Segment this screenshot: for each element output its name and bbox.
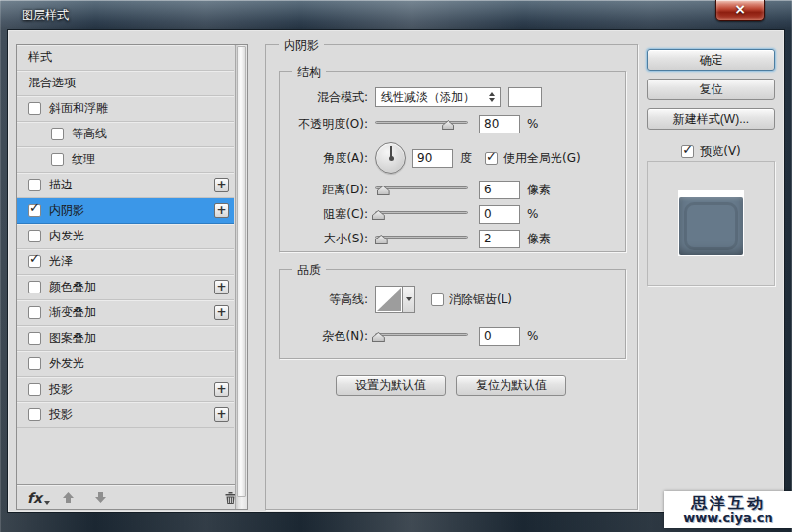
angle-hub <box>389 156 394 161</box>
opacity-row: 不透明度(O): 80 % <box>280 113 625 134</box>
add-effect-button[interactable]: + <box>214 178 229 192</box>
choke-row: 阻塞(C): 0 % <box>280 203 625 225</box>
sidebar-item-label: 混合选项 <box>28 75 76 91</box>
sidebar-item-label: 内阴影 <box>49 202 84 219</box>
effect-checkbox[interactable] <box>51 153 64 166</box>
effect-checkbox[interactable] <box>28 357 41 370</box>
sidebar-item-styles[interactable]: 样式 <box>17 45 234 71</box>
choke-slider[interactable] <box>375 206 468 222</box>
global-light-checkbox[interactable]: ✓ <box>485 152 498 165</box>
sidebar-list: 样式 混合选项 斜面和浮雕 等高线 纹理 描边 + ✓ 内阴影 + 内发光 ✓ … <box>17 45 247 484</box>
check-icon: ✓ <box>682 142 693 157</box>
sidebar-item-gradient-overlay[interactable]: 渐变叠加 + <box>17 300 234 326</box>
distance-input[interactable]: 6 <box>479 181 520 199</box>
effect-checkbox[interactable]: ✓ <box>28 204 41 217</box>
add-effect-button[interactable]: + <box>214 203 229 218</box>
preview-checkbox[interactable]: ✓ <box>681 145 694 158</box>
effects-sidebar: 样式 混合选项 斜面和浮雕 等高线 纹理 描边 + ✓ 内阴影 + 内发光 ✓ … <box>16 44 248 510</box>
check-icon: ✓ <box>29 201 40 215</box>
blend-mode-label: 混合模式: <box>280 89 368 106</box>
choke-input[interactable]: 0 <box>479 205 520 224</box>
effect-checkbox[interactable] <box>51 128 64 140</box>
effect-checkbox[interactable] <box>28 281 41 293</box>
new-style-button[interactable]: 新建样式(W)... <box>647 108 775 130</box>
size-input[interactable]: 2 <box>479 230 520 248</box>
sidebar-scrollbar[interactable] <box>235 45 247 509</box>
contour-row: 等高线: 消除锯齿(L) <box>280 285 625 314</box>
scrollbar-thumb[interactable] <box>237 46 246 497</box>
effect-checkbox[interactable] <box>28 383 41 396</box>
add-effect-button[interactable]: + <box>214 407 229 422</box>
reset-button[interactable]: 复位 <box>647 79 775 100</box>
sidebar-toolbar: fx <box>17 484 247 509</box>
sidebar-item-pattern-overlay[interactable]: 图案叠加 <box>17 326 234 351</box>
noise-slider[interactable] <box>375 328 468 344</box>
add-effect-button[interactable]: + <box>214 382 229 397</box>
contour-label: 等高线: <box>280 292 368 308</box>
antialias-checkbox[interactable] <box>431 293 444 306</box>
sidebar-item-stroke[interactable]: 描边 + <box>17 173 234 198</box>
sidebar-item-label: 纹理 <box>72 151 95 168</box>
size-row: 大小(S): 2 像素 <box>280 228 625 249</box>
shadow-color-swatch[interactable] <box>508 87 542 107</box>
effect-checkbox[interactable] <box>28 332 41 345</box>
add-effect-button[interactable]: + <box>214 280 229 294</box>
effect-checkbox[interactable] <box>28 306 41 319</box>
sidebar-item-label: 光泽 <box>49 253 73 270</box>
structure-legend: 结构 <box>292 64 326 80</box>
sidebar-item-label: 投影 <box>49 381 73 398</box>
choke-unit: % <box>527 207 538 221</box>
close-button[interactable]: × <box>715 0 765 21</box>
preview-inner-shadow-swatch <box>679 197 743 255</box>
effect-checkbox[interactable] <box>28 408 41 421</box>
angle-dial[interactable] <box>375 142 406 174</box>
inner-shadow-panel: 内阴影 结构 混合模式: 线性减淡（添加） 不透明度(O): <box>265 44 638 510</box>
dialog-title: 图层样式 <box>22 7 69 24</box>
sidebar-item-label: 描边 <box>49 177 73 193</box>
effect-checkbox[interactable] <box>28 179 41 191</box>
sidebar-item-blending-options[interactable]: 混合选项 <box>17 71 234 96</box>
blend-mode-row: 混合模式: 线性减淡（添加） <box>280 86 625 108</box>
ok-button[interactable]: 确定 <box>647 49 775 71</box>
effect-checkbox[interactable] <box>28 230 41 242</box>
noise-input[interactable]: 0 <box>479 327 520 346</box>
sidebar-item-label: 样式 <box>28 49 52 66</box>
move-up-icon[interactable] <box>62 491 75 504</box>
preview-toggle-row: ✓ 预览(V) <box>647 143 775 160</box>
contour-picker[interactable] <box>375 286 415 313</box>
angle-input[interactable]: 90 <box>412 149 453 168</box>
slider-track <box>375 211 468 214</box>
size-slider[interactable] <box>375 231 468 246</box>
fx-menu-button[interactable]: fx <box>27 490 42 505</box>
sidebar-item-texture[interactable]: 纹理 <box>17 147 234 173</box>
sidebar-item-outer-glow[interactable]: 外发光 <box>17 351 234 377</box>
sidebar-item-inner-glow[interactable]: 内发光 <box>17 224 234 249</box>
sidebar-item-color-overlay[interactable]: 颜色叠加 + <box>17 275 234 300</box>
noise-label: 杂色(N): <box>280 328 368 345</box>
sidebar-item-label: 投影 <box>49 406 73 423</box>
watermark-url: www.ciya.cn <box>683 511 772 525</box>
sidebar-item-drop-shadow[interactable]: 投影 + <box>17 377 234 402</box>
sidebar-item-label: 斜面和浮雕 <box>49 100 108 117</box>
sidebar-item-contour[interactable]: 等高线 <box>17 122 234 147</box>
blend-mode-select[interactable]: 线性减淡（添加） <box>375 87 501 107</box>
sidebar-item-label: 外发光 <box>49 355 84 372</box>
move-down-icon[interactable] <box>94 491 107 504</box>
contour-dropdown-arrow-icon <box>402 286 415 313</box>
sidebar-item-drop-shadow-2[interactable]: 投影 + <box>17 402 234 428</box>
add-effect-button[interactable]: + <box>214 305 229 320</box>
global-light-label: 使用全局光(G) <box>503 150 581 167</box>
reset-default-button[interactable]: 复位为默认值 <box>456 375 566 396</box>
set-default-button[interactable]: 设置为默认值 <box>336 375 446 396</box>
sidebar-item-satin[interactable]: ✓ 光泽 <box>17 249 234 275</box>
effect-checkbox[interactable]: ✓ <box>28 255 41 268</box>
effect-checkbox[interactable] <box>28 102 41 115</box>
sidebar-item-inner-shadow[interactable]: ✓ 内阴影 + <box>17 198 234 224</box>
opacity-input[interactable]: 80 <box>479 115 520 133</box>
distance-slider[interactable] <box>375 182 468 197</box>
choke-label: 阻塞(C): <box>280 206 368 223</box>
distance-unit: 像素 <box>527 182 551 198</box>
opacity-slider[interactable] <box>375 116 468 132</box>
sidebar-item-bevel-emboss[interactable]: 斜面和浮雕 <box>17 96 234 122</box>
antialias-label: 消除锯齿(L) <box>449 292 512 308</box>
